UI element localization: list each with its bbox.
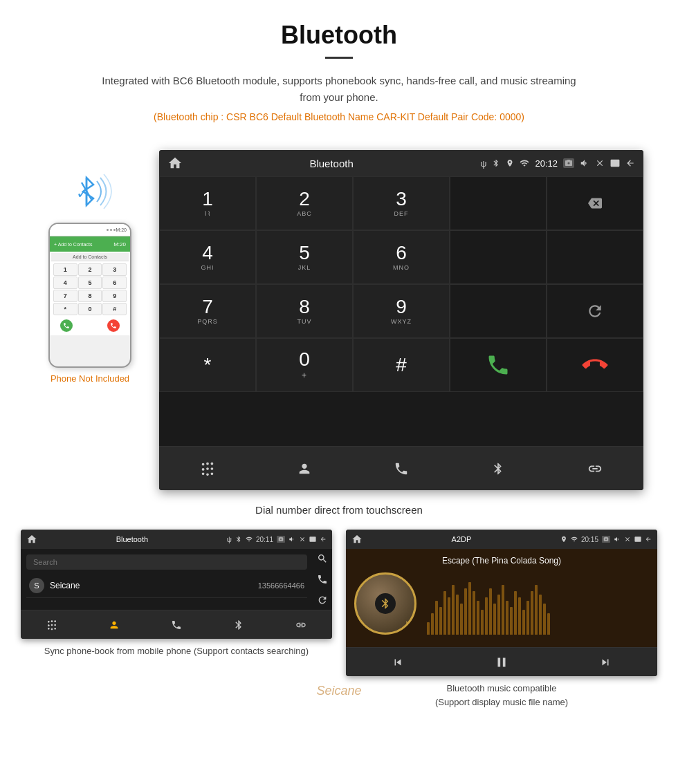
dial-key-8[interactable]: 8 TUV [256, 284, 353, 338]
music-top-bar: A2DP 20:15 [346, 530, 657, 549]
phone-screen-body: Add to Contacts 1 2 3 4 5 6 7 8 9 * 0 # [50, 252, 130, 335]
dial-key-4[interactable]: 4 GHI [159, 230, 256, 284]
main-car-screen: Bluetooth ψ 20:12 [159, 150, 643, 490]
viz-bar [493, 604, 496, 635]
phone-end-button[interactable] [107, 319, 120, 332]
pb-bt-icon [235, 536, 242, 543]
dial-key-7[interactable]: 7 PQRS [159, 284, 256, 338]
phone-not-included-label: Phone Not Included [51, 373, 129, 384]
album-art-inner [375, 593, 396, 614]
call-green-icon [486, 353, 511, 377]
dialpad-icon [200, 461, 215, 476]
viz-bar [547, 613, 550, 635]
camera-icon[interactable] [563, 158, 574, 168]
pb-bt-btn[interactable] [208, 610, 270, 639]
pb-contacts-btn[interactable] [83, 610, 145, 639]
dial-call-green-cell[interactable] [450, 338, 547, 392]
phonebook-screen: Bluetooth ψ 20:11 [21, 530, 332, 639]
phonebook-list: Search S Seicane 13566664466 [21, 549, 313, 610]
bottom-screens: Bluetooth ψ 20:11 [0, 530, 678, 722]
close-icon[interactable] [595, 158, 605, 168]
music-screen-icon [634, 536, 641, 543]
viz-bars [427, 572, 649, 635]
dial-call-red-cell[interactable] [547, 338, 643, 392]
phone-dial-1[interactable]: 1 [53, 263, 77, 276]
prev-track-btn[interactable] [346, 648, 450, 676]
viz-bar [452, 585, 455, 635]
play-pause-btn[interactable] [450, 648, 553, 676]
bluetooth-btn[interactable] [450, 447, 547, 490]
main-screen-area: ✓ M:20 [0, 143, 678, 497]
phone-green-text: + Add to Contacts [54, 242, 92, 247]
dial-key-1[interactable]: 1 ⌇⌇ [159, 176, 256, 230]
phone-dial-6[interactable]: 6 [102, 277, 127, 289]
link-btn[interactable] [547, 447, 643, 490]
phone-dial-5[interactable]: 5 [78, 277, 102, 289]
phone-dial-0[interactable]: 0 [78, 303, 102, 315]
main-screen-title: Bluetooth [309, 158, 353, 169]
viz-bar [456, 595, 459, 635]
phone-dial-8[interactable]: 8 [78, 290, 102, 302]
music-note-overlay: ♪ [404, 617, 409, 629]
music-back-icon [645, 536, 652, 543]
dialpad-grid: 1 ⌇⌇ 2 ABC 3 DEF 4 GHI [159, 176, 643, 446]
phone-call-button[interactable] [60, 319, 73, 332]
dial-key-star[interactable]: * [159, 338, 256, 392]
dial-backspace[interactable] [547, 176, 643, 230]
dial-key-6[interactable]: 6 MNO [353, 230, 450, 284]
phone-space [83, 319, 97, 332]
contact-row[interactable]: S Seicane 13566664466 [26, 574, 307, 598]
pb-link-btn[interactable] [270, 610, 332, 639]
dial-key-3[interactable]: 3 DEF [353, 176, 450, 230]
phone-dial-4[interactable]: 4 [53, 277, 77, 289]
call-log-btn[interactable] [353, 447, 450, 490]
bottom-screens-wrapper: Bluetooth ψ 20:11 [0, 530, 678, 722]
viz-bar [448, 597, 450, 635]
pb-contacts-icon [109, 619, 120, 631]
phone-dial-3[interactable]: 3 [102, 263, 127, 276]
pb-vol-icon [288, 536, 295, 543]
next-track-btn[interactable] [553, 648, 657, 676]
dial-key-hash[interactable]: # [353, 338, 450, 392]
music-home-icon[interactable] [351, 534, 363, 545]
phone-dial-2[interactable]: 2 [78, 263, 102, 276]
viz-bar [510, 607, 513, 635]
dial-key-9[interactable]: 9 WXYZ [353, 284, 450, 338]
music-caption: Bluetooth music compatible(Support displ… [435, 682, 568, 709]
music-bottom-bar [346, 647, 657, 676]
music-signal-icon [571, 536, 578, 543]
back-arrow-icon[interactable] [625, 158, 635, 168]
pb-calllog-icon [171, 619, 182, 631]
dial-key-5[interactable]: 5 JKL [256, 230, 353, 284]
home-icon[interactable] [167, 156, 183, 171]
pb-refresh-btn[interactable] [313, 590, 332, 610]
phone-dial-hash[interactable]: # [102, 303, 127, 315]
dial-empty-3 [547, 230, 643, 284]
next-track-icon [599, 656, 612, 669]
dial-key-0[interactable]: 0 + [256, 338, 353, 392]
phone-dial-star[interactable]: * [53, 303, 77, 315]
phonebook-home-icon[interactable] [26, 534, 37, 545]
search-bar[interactable]: Search [26, 554, 307, 570]
contacts-btn[interactable] [256, 447, 353, 490]
dial-refresh[interactable] [547, 284, 643, 338]
viz-bar [526, 601, 529, 635]
pb-calllog-btn[interactable] [145, 610, 208, 639]
pb-call-btn[interactable] [313, 570, 332, 589]
music-loc-icon [560, 536, 567, 543]
main-screen-caption: Dial number direct from touchscreen [0, 504, 678, 516]
dial-empty-2 [450, 230, 547, 284]
phone-dial-7[interactable]: 7 [53, 290, 77, 302]
dial-key-2[interactable]: 2 ABC [256, 176, 353, 230]
dialpad-btn[interactable] [159, 447, 256, 490]
phonebook-main: Search S Seicane 13566664466 [21, 549, 332, 610]
page-description: Integrated with BC6 Bluetooth module, su… [97, 73, 581, 106]
volume-icon[interactable] [580, 158, 589, 168]
phonebook-title: Bluetooth [116, 535, 148, 543]
pb-search-btn[interactable] [313, 549, 332, 568]
viz-bar [514, 591, 517, 635]
play-pause-icon [494, 655, 509, 670]
phone-dial-9[interactable]: 9 [102, 290, 127, 302]
viz-bar [431, 613, 434, 635]
pb-dialpad-btn[interactable] [21, 610, 83, 639]
